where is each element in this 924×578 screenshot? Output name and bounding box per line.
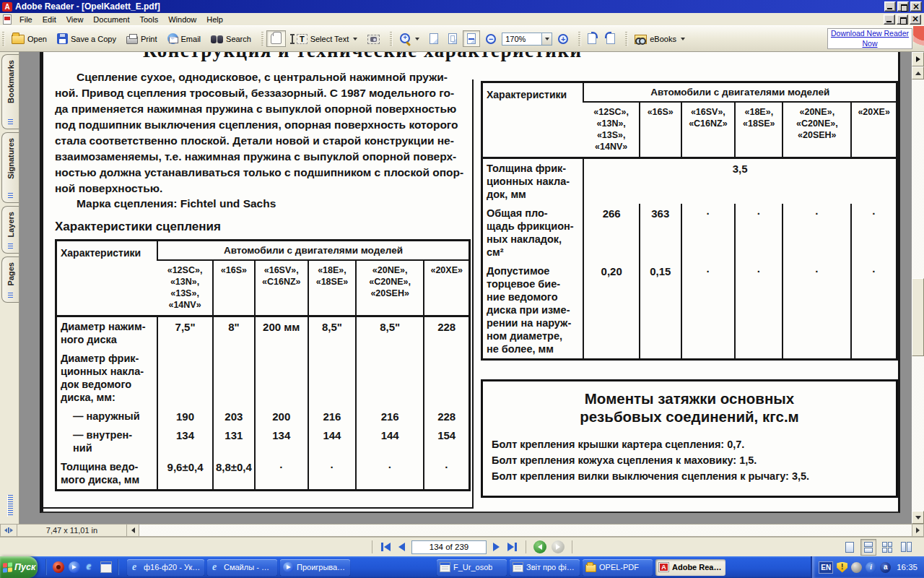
chevron-down-icon[interactable] bbox=[353, 38, 357, 40]
pane-splitter-button[interactable] bbox=[0, 524, 17, 537]
menu-help[interactable]: Help bbox=[201, 14, 228, 25]
fit-width-button[interactable] bbox=[463, 30, 480, 47]
windows-logo-icon bbox=[3, 562, 12, 572]
zoom-dropdown[interactable] bbox=[542, 33, 552, 46]
app-tray-icon[interactable] bbox=[880, 562, 891, 573]
ebooks-button[interactable]: eBooks bbox=[630, 30, 689, 47]
menu-view[interactable]: View bbox=[61, 14, 89, 25]
vertical-scrollbar[interactable] bbox=[912, 52, 924, 524]
page-number-input[interactable]: 134 of 239 bbox=[411, 540, 487, 554]
model-column-header: «16S» bbox=[640, 102, 681, 158]
row-value bbox=[255, 349, 308, 407]
select-text-button[interactable]: TSelect Text bbox=[287, 31, 362, 47]
download-new-reader-link[interactable]: Download New Reader Now bbox=[827, 28, 912, 49]
fit-page-button[interactable] bbox=[444, 30, 461, 47]
zoom-tool-button[interactable] bbox=[395, 30, 424, 48]
taskbar-button-4[interactable]: F_Ur_osob bbox=[437, 559, 507, 576]
continuous-facing-layout-button[interactable] bbox=[879, 539, 895, 556]
last-page-button[interactable] bbox=[506, 541, 518, 553]
zoom-out-button[interactable]: − bbox=[481, 31, 500, 47]
email-button[interactable]: Email bbox=[163, 30, 206, 47]
hand-tool-button[interactable] bbox=[266, 30, 286, 47]
restore-button[interactable] bbox=[897, 1, 909, 12]
security-shield-icon[interactable] bbox=[837, 562, 847, 573]
start-button[interactable]: Пуск bbox=[0, 556, 38, 578]
window-title: Adobe Reader - [OpelKadett_E.pdf] bbox=[15, 1, 160, 12]
taskbar-button-5[interactable]: Звіт про фінансові... bbox=[510, 559, 580, 576]
facing-layout-button[interactable] bbox=[898, 539, 914, 556]
sidebar-resize-handle[interactable] bbox=[7, 495, 13, 517]
chevron-down-icon[interactable] bbox=[415, 38, 419, 40]
info-tray-icon[interactable] bbox=[866, 562, 876, 573]
quick-launch-media-player-icon[interactable] bbox=[69, 561, 80, 573]
rotate-clockwise-button[interactable] bbox=[583, 30, 601, 47]
menu-window[interactable]: Window bbox=[163, 14, 201, 25]
close-button[interactable] bbox=[910, 1, 922, 12]
torque-box-title: Моменты затяжки основных резьбовых соеди… bbox=[492, 390, 887, 426]
scroll-down-button[interactable] bbox=[912, 511, 924, 524]
print-button[interactable]: Print bbox=[122, 30, 162, 47]
hscroll-right-button[interactable] bbox=[912, 524, 924, 537]
sidebar-tab-bookmarks[interactable]: Bookmarks bbox=[1, 54, 19, 129]
pdf-document-icon[interactable] bbox=[3, 14, 12, 25]
volume-icon[interactable] bbox=[851, 562, 862, 573]
first-page-button[interactable] bbox=[380, 541, 392, 553]
taskbar-button-3[interactable]: Проигрыватель ... bbox=[280, 559, 350, 576]
quick-launch-red-app-icon[interactable] bbox=[53, 561, 64, 573]
single-page-layout-button[interactable] bbox=[842, 539, 858, 556]
scroll-track[interactable] bbox=[912, 79, 924, 511]
previous-page-button[interactable] bbox=[397, 541, 406, 553]
hscroll-track[interactable] bbox=[139, 524, 912, 537]
taskbar-button-2[interactable]: Смайлы - Window... bbox=[207, 559, 277, 576]
zoom-in-button[interactable]: + bbox=[554, 31, 572, 47]
doc-close-button[interactable] bbox=[910, 14, 921, 25]
menu-tools[interactable]: Tools bbox=[135, 14, 164, 25]
hscroll-left-button[interactable] bbox=[127, 524, 139, 537]
splitter-arrow-button[interactable] bbox=[912, 52, 924, 66]
quick-launch-desktop-icon[interactable] bbox=[100, 561, 112, 573]
search-button[interactable]: Search bbox=[206, 31, 256, 47]
taskbar-button-7[interactable]: Adobe Reader - ... bbox=[655, 559, 725, 576]
actual-size-button[interactable] bbox=[425, 30, 443, 47]
taskbar-button-6[interactable]: OPEL-PDF bbox=[583, 559, 653, 576]
previous-view-button[interactable] bbox=[533, 540, 546, 553]
sidebar-tab-signatures[interactable]: Signatures bbox=[1, 132, 19, 203]
row-label: — внутрен- ний bbox=[56, 426, 157, 457]
open-button[interactable]: Open bbox=[7, 30, 51, 47]
minimize-button[interactable] bbox=[884, 1, 896, 12]
model-column-header: «16SV», «C16NZ» bbox=[255, 260, 308, 316]
sidebar-tab-label: Bookmarks bbox=[6, 60, 15, 103]
snapshot-button[interactable] bbox=[363, 30, 384, 47]
doc-restore-button[interactable] bbox=[897, 14, 908, 25]
menu-document[interactable]: Document bbox=[88, 14, 134, 25]
menu-file[interactable]: File bbox=[14, 14, 38, 25]
zoom-level-input[interactable]: 170% bbox=[502, 33, 542, 46]
chevron-down-icon[interactable] bbox=[681, 38, 685, 40]
model-column-header: «16S» bbox=[213, 260, 254, 316]
search-icon bbox=[211, 35, 223, 44]
row-value bbox=[424, 349, 469, 407]
menu-edit[interactable]: Edit bbox=[38, 14, 61, 25]
sidebar-tab-layers[interactable]: Layers bbox=[1, 206, 19, 254]
taskbar: Пуск ф16-ф20 - Україн...Смайлы - Window.… bbox=[0, 556, 924, 578]
next-page-button[interactable] bbox=[492, 541, 501, 553]
scroll-thumb[interactable] bbox=[912, 278, 924, 356]
scroll-up-button[interactable] bbox=[912, 66, 924, 79]
row-value: 203 bbox=[213, 407, 254, 426]
next-view-button[interactable] bbox=[552, 540, 565, 553]
doc-minimize-button[interactable] bbox=[884, 14, 895, 25]
sidebar-tab-pages[interactable]: Pages bbox=[1, 256, 19, 303]
model-column-header: «18E», «18SE» bbox=[308, 260, 356, 316]
save-a-copy-button[interactable]: Save a Copy bbox=[53, 30, 121, 47]
taskbar-button-1[interactable]: ф16-ф20 - Україн... bbox=[127, 559, 204, 576]
quick-launch-internet-explorer-icon[interactable] bbox=[84, 561, 96, 573]
document-pane[interactable]: Конструкция и технические характеристики… bbox=[19, 52, 912, 524]
row-value: · bbox=[356, 457, 424, 491]
row-value: · bbox=[255, 457, 308, 491]
model-column-header: «12SC», «13N», «13S», «14NV» bbox=[583, 102, 640, 158]
table-row: Толщина ведо- мого диска, мм9,6±0,48,8±0… bbox=[56, 457, 470, 491]
continuous-layout-button[interactable] bbox=[860, 539, 876, 556]
language-indicator[interactable]: EN bbox=[819, 561, 833, 574]
arrow-right-icon bbox=[507, 543, 514, 551]
rotate-counterclockwise-button[interactable] bbox=[602, 30, 619, 47]
